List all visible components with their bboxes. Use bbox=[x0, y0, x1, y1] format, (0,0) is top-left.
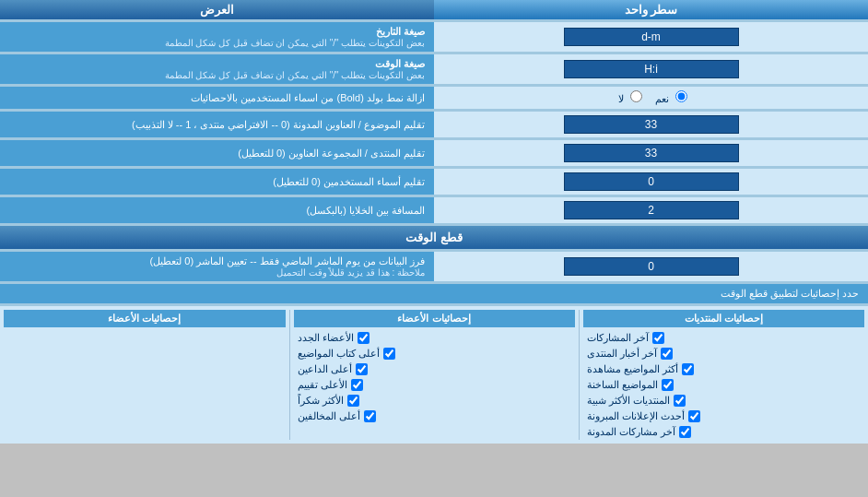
list-item: أعلى الداعين bbox=[294, 361, 575, 377]
list-item: المنتديات الأكثر شبية bbox=[583, 393, 865, 408]
list-item: أعلى كتاب المواضيع bbox=[294, 346, 575, 361]
list-item: الأعضاء الجدد bbox=[294, 330, 575, 346]
radio-no[interactable] bbox=[630, 90, 642, 102]
checkbox-forum-news[interactable] bbox=[661, 348, 673, 360]
stats-limit-label: حدد إحصائيات لتطبيق قطع الوقت bbox=[721, 288, 859, 299]
col1-title: إحصائيات المنتديات bbox=[583, 310, 865, 327]
list-item: أكثر المواضيع مشاهدة bbox=[583, 361, 865, 377]
list-item: الأكثر شكراً bbox=[294, 393, 575, 408]
radio-yes[interactable] bbox=[675, 90, 687, 102]
forum-trim-input[interactable] bbox=[564, 144, 739, 162]
username-trim-row: تقليم أسماء المستخدمين (0 للتعطيل) bbox=[0, 169, 868, 195]
date-format-row: صيغة التاريخ بعض التكوينات يتطلب "/" الت… bbox=[0, 22, 868, 52]
time-format-label: صيغة الوقت bbox=[9, 58, 425, 70]
cut-time-header: قطع الوقت bbox=[0, 226, 868, 249]
list-item: آخر مشاركات المدونة bbox=[583, 424, 865, 440]
header-row: سطر واحد العرض bbox=[0, 0, 868, 19]
checkbox-most-viewed[interactable] bbox=[682, 363, 694, 375]
date-format-sublabel: بعض التكوينات يتطلب "/" التي يمكن ان تضا… bbox=[9, 38, 425, 48]
cell-spacing-input[interactable] bbox=[564, 201, 739, 219]
cut-time-value-row: فرز البيانات من يوم الماشر الماضي فقط --… bbox=[0, 252, 868, 281]
checkbox-latest-ads[interactable] bbox=[688, 410, 700, 422]
stats-checkboxes-row: إحصائيات المنتديات آخر المشاركات آخر أخب… bbox=[0, 306, 868, 444]
username-trim-label: تقليم أسماء المستخدمين (0 للتعطيل) bbox=[9, 176, 425, 188]
checkbox-blog-posts[interactable] bbox=[679, 426, 691, 438]
time-format-row: صيغة الوقت بعض التكوينات يتطلب "/" التي … bbox=[0, 54, 868, 84]
title-trim-label: تقليم الموضوع / العناوين المدونة (0 -- ا… bbox=[9, 119, 425, 131]
checkbox-last-posts[interactable] bbox=[652, 332, 664, 344]
checkbox-top-violators[interactable] bbox=[364, 410, 376, 422]
radio-no-label: لا bbox=[618, 93, 624, 104]
section-title: العرض bbox=[0, 0, 434, 19]
cut-time-title: قطع الوقت bbox=[405, 231, 463, 244]
checkbox-top-inviters[interactable] bbox=[356, 363, 368, 375]
stats-limit-row: حدد إحصائيات لتطبيق قطع الوقت bbox=[0, 284, 868, 303]
column-label: سطر واحد bbox=[434, 0, 868, 19]
col3-title: إحصائيات الأعضاء bbox=[4, 310, 286, 327]
forum-trim-label: تقليم المنتدى / المجموعة العناوين (0 للت… bbox=[9, 148, 425, 160]
radio-yes-label: نعم bbox=[655, 93, 669, 104]
time-format-input[interactable] bbox=[564, 60, 739, 78]
cut-time-input[interactable] bbox=[564, 257, 739, 276]
checkbox-new-members[interactable] bbox=[358, 332, 369, 344]
checkbox-hot-topics[interactable] bbox=[662, 379, 674, 391]
checkbox-most-thanked[interactable] bbox=[347, 395, 359, 407]
checkbox-most-similar[interactable] bbox=[674, 395, 686, 407]
list-item: آخر المشاركات bbox=[583, 330, 865, 346]
list-item: الأعلى تقييم bbox=[294, 377, 575, 393]
checkbox-top-rated[interactable] bbox=[351, 379, 363, 391]
bold-remove-label: ازالة نمط بولد (Bold) من اسماء المستخدمي… bbox=[9, 92, 425, 104]
list-item: المواضيع الساخنة bbox=[583, 377, 865, 393]
title-trim-row: تقليم الموضوع / العناوين المدونة (0 -- ا… bbox=[0, 112, 868, 137]
checkbox-top-writers[interactable] bbox=[383, 348, 395, 360]
time-format-sublabel: بعض التكوينات يتطلب "/" التي يمكن ان تضا… bbox=[9, 70, 425, 80]
forum-trim-row: تقليم المنتدى / المجموعة العناوين (0 للت… bbox=[0, 140, 868, 166]
username-trim-input[interactable] bbox=[564, 172, 739, 191]
list-item: أحدث الإعلانات المبرونة bbox=[583, 408, 865, 424]
cell-spacing-label: المسافة بين الخلايا (بالبكسل) bbox=[9, 205, 425, 217]
list-item: آخر أخبار المنتدى bbox=[583, 346, 865, 361]
title-trim-input[interactable] bbox=[564, 115, 739, 134]
date-format-input[interactable] bbox=[564, 28, 739, 46]
bold-remove-row: نعم لا ازالة نمط بولد (Bold) من اسماء ال… bbox=[0, 87, 868, 109]
cut-time-label: فرز البيانات من يوم الماشر الماضي فقط --… bbox=[9, 255, 425, 267]
stats-table: إحصائيات المنتديات آخر المشاركات آخر أخب… bbox=[0, 310, 868, 440]
list-item: أعلى المخالفين bbox=[294, 408, 575, 424]
col2-title: إحصائيات الأعضاء bbox=[294, 310, 575, 327]
date-format-label: صيغة التاريخ bbox=[9, 26, 425, 38]
cut-time-note: ملاحظة : هذا قد يزيد قليلاً وقت التحميل bbox=[9, 267, 425, 278]
cell-spacing-row: المسافة بين الخلايا (بالبكسل) bbox=[0, 197, 868, 223]
